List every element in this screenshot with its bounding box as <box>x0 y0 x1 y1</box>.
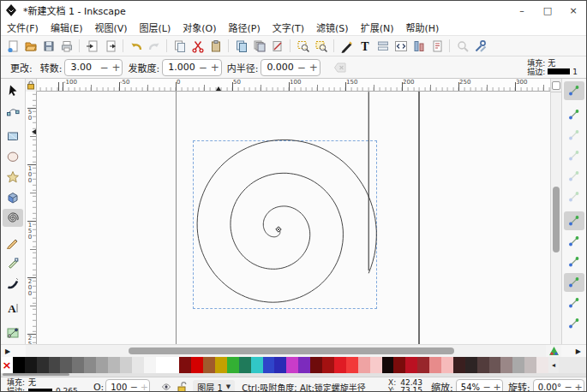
layer-selector[interactable]: 图层 1 ▼ <box>193 380 235 392</box>
palette-swatch[interactable] <box>251 357 263 373</box>
find-button[interactable] <box>453 38 471 55</box>
palette-swatch[interactable] <box>310 357 322 373</box>
zoom-spinbox[interactable]: 54% − + <box>456 379 503 392</box>
snap-node-button[interactable] <box>564 211 584 230</box>
snap-bbox-button[interactable] <box>564 105 584 124</box>
horizontal-scrollbar-thumb[interactable] <box>129 347 454 354</box>
menu-item-8[interactable]: 扩展(N) <box>355 20 400 35</box>
palette-swatch[interactable] <box>512 357 524 373</box>
maximize-button[interactable]: □ <box>535 1 560 20</box>
palette-scrollbar-thumb[interactable] <box>3 373 69 376</box>
clone-button[interactable] <box>250 38 268 55</box>
vertical-scrollbar-thumb[interactable] <box>553 187 560 252</box>
calligraphy-tool[interactable] <box>3 274 23 293</box>
palette-swatch[interactable] <box>84 357 96 373</box>
box3d-tool[interactable] <box>3 188 23 207</box>
palette-swatch[interactable] <box>96 357 108 373</box>
palette-swatch[interactable] <box>167 357 179 373</box>
ellipse-tool[interactable] <box>3 147 23 166</box>
undo-button[interactable] <box>127 38 145 55</box>
zoom-selection-button[interactable] <box>294 38 312 55</box>
palette-swatch[interactable] <box>298 357 310 373</box>
menu-item-9[interactable]: 帮助(H) <box>399 20 445 35</box>
divergence-decrement-button[interactable]: − <box>197 61 209 74</box>
palette-swatch[interactable] <box>108 357 120 373</box>
palette-swatch[interactable] <box>536 357 548 373</box>
menu-item-1[interactable]: 编辑(E) <box>45 20 89 35</box>
layer-visibility-toggle[interactable] <box>159 380 174 392</box>
star-tool[interactable] <box>3 168 23 187</box>
text-tool[interactable]: A <box>3 299 23 318</box>
layer-lock-toggle[interactable] <box>174 380 189 392</box>
duplicate-button[interactable] <box>232 38 250 55</box>
selector-tool[interactable] <box>3 81 23 100</box>
menu-item-7[interactable]: 滤镜(S) <box>310 20 355 35</box>
palette-swatch[interactable] <box>191 357 203 373</box>
snap-node-cusp-button[interactable] <box>564 273 584 292</box>
close-button[interactable]: × <box>560 1 586 20</box>
palette-swatch[interactable] <box>429 357 441 373</box>
palette-swatch[interactable] <box>465 357 477 373</box>
print-button[interactable] <box>57 38 75 55</box>
save-button[interactable] <box>39 38 57 55</box>
palette-swatch[interactable] <box>132 357 144 373</box>
opacity-value[interactable]: 100 <box>106 383 129 392</box>
snap-path-intersection-button[interactable] <box>564 252 584 271</box>
palette-swatch[interactable] <box>263 357 275 373</box>
align-dialog-button[interactable] <box>410 38 428 55</box>
palette-swatch-none[interactable]: × <box>1 357 13 373</box>
turns-spinbox[interactable]: 3.00 − + <box>64 59 123 76</box>
palette-swatch[interactable] <box>286 357 298 373</box>
palette-swatch[interactable] <box>156 357 168 373</box>
inner-radius-increment-button[interactable]: + <box>308 61 320 74</box>
rectangle-tool[interactable] <box>3 127 23 146</box>
inner-radius-decrement-button[interactable]: − <box>296 61 308 74</box>
palette-swatch[interactable] <box>405 357 417 373</box>
cut-button[interactable] <box>189 38 207 55</box>
palette-swatch[interactable] <box>203 357 215 373</box>
palette-swatch[interactable] <box>524 357 536 373</box>
menu-item-3[interactable]: 图层(L) <box>134 20 177 35</box>
import-button[interactable] <box>83 38 101 55</box>
horizontal-ruler[interactable]: -100-50050100150200250300 <box>37 79 550 92</box>
palette-swatch[interactable] <box>215 357 227 373</box>
spiral-tool[interactable] <box>3 209 23 228</box>
divergence-spinbox[interactable]: 1.000 − + <box>162 59 222 76</box>
snap-bbox-corner-button[interactable] <box>564 146 584 165</box>
divergence-increment-button[interactable]: + <box>209 61 221 74</box>
palette-swatch[interactable] <box>334 357 346 373</box>
pen-tool[interactable] <box>3 253 23 272</box>
menu-item-2[interactable]: 视图(V) <box>88 20 133 35</box>
palette-swatch[interactable] <box>179 357 191 373</box>
palette-swatch[interactable] <box>239 357 251 373</box>
copy-button[interactable] <box>171 38 189 55</box>
palette-swatch[interactable] <box>72 357 84 373</box>
menu-item-6[interactable]: 文字(T) <box>267 20 310 35</box>
palette-swatch[interactable] <box>322 357 334 373</box>
layers-dialog-button[interactable] <box>374 38 392 55</box>
gradient-tool[interactable] <box>3 324 23 342</box>
redo-button[interactable] <box>145 38 163 55</box>
palette-swatch[interactable] <box>370 357 382 373</box>
palette-swatch[interactable] <box>382 357 394 373</box>
spiral-shape[interactable] <box>37 92 550 344</box>
palette-swatch[interactable] <box>60 357 72 373</box>
vertical-scrollbar[interactable] <box>551 92 561 344</box>
palette-swatch[interactable] <box>120 357 132 373</box>
opacity-increment-button[interactable]: + <box>139 382 149 392</box>
turns-decrement-button[interactable]: − <box>98 61 110 74</box>
rotation-increment-button[interactable]: + <box>573 382 584 392</box>
snap-path-button[interactable] <box>564 232 584 251</box>
paste-button[interactable] <box>207 38 225 55</box>
reset-defaults-button[interactable] <box>332 60 350 75</box>
xml-editor-button[interactable] <box>392 38 410 55</box>
palette-swatch[interactable] <box>417 357 429 373</box>
fill-stroke-dialog-button[interactable] <box>338 38 356 55</box>
canvas[interactable] <box>37 92 550 344</box>
new-document-button[interactable] <box>3 38 21 55</box>
text-dialog-button[interactable]: T <box>356 38 374 55</box>
palette-swatch[interactable] <box>346 357 358 373</box>
divergence-value[interactable]: 1.000 <box>163 62 197 73</box>
menu-item-5[interactable]: 路径(P) <box>223 20 267 35</box>
zoom-decrement-button[interactable]: − <box>482 382 492 392</box>
